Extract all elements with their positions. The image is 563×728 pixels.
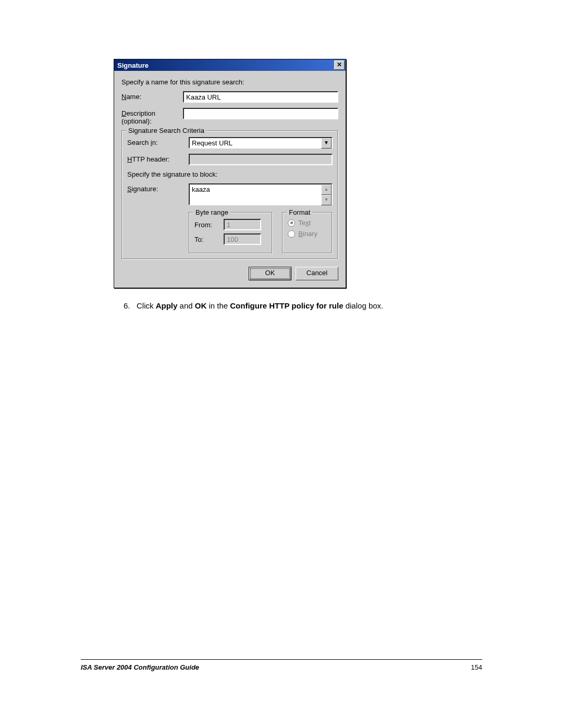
cancel-button[interactable]: Cancel (296, 267, 338, 280)
from-input (224, 219, 261, 230)
sub-groups: Byte range From: To: Format (189, 212, 333, 254)
format-legend: Format (287, 208, 312, 216)
from-label: From: (194, 221, 219, 229)
criteria-legend: Signature Search Criteria (126, 127, 206, 134)
page-number: 154 (471, 663, 482, 671)
close-icon[interactable]: ✕ (334, 60, 345, 70)
signature-dialog: Signature ✕ Specify a name for this sign… (114, 59, 346, 288)
chevron-down-icon[interactable]: ▼ (321, 138, 332, 149)
name-instruction: Specify a name for this signature search… (121, 78, 338, 86)
searchin-label: Search in: (127, 137, 189, 146)
footer-divider (81, 659, 482, 660)
description-input[interactable] (183, 108, 338, 119)
step-6-instruction: 6. Click Apply and OK in the Configure H… (124, 301, 383, 310)
http-header-input (189, 154, 333, 165)
name-label: Name: (121, 91, 183, 101)
scroll-down-icon[interactable]: ▼ (321, 195, 332, 205)
binary-radio-label: Binary (298, 230, 317, 238)
titlebar: Signature ✕ (114, 59, 346, 71)
ok-button[interactable]: OK (249, 267, 291, 280)
format-group: Format Text Binary (282, 212, 333, 254)
searchin-row: Search in: ▼ (127, 137, 333, 149)
dialog-buttons: OK Cancel (121, 265, 338, 281)
footer-title: ISA Server 2004 Configuration Guide (81, 663, 199, 671)
http-header-row: HTTP header: (127, 154, 333, 165)
dialog-body: Specify a name for this signature search… (114, 71, 346, 288)
description-row: Description (optional): (121, 108, 338, 125)
to-input (224, 233, 261, 245)
signature-row: Signature: ▲ ▼ (127, 183, 333, 207)
searchin-select[interactable] (189, 137, 333, 149)
radio-icon (288, 219, 295, 227)
text-radio-label: Text (298, 219, 311, 227)
from-row: From: (194, 219, 267, 230)
signature-input[interactable] (189, 183, 333, 205)
byte-range-group: Byte range From: To: (189, 212, 273, 254)
signature-label: Signature: (127, 183, 189, 193)
name-input[interactable] (183, 91, 338, 103)
page-footer: ISA Server 2004 Configuration Guide 154 (81, 663, 482, 671)
http-header-label: HTTP header: (127, 154, 189, 163)
scroll-up-icon[interactable]: ▲ (321, 184, 332, 195)
binary-radio: Binary (288, 230, 327, 238)
radio-icon (288, 230, 295, 238)
text-radio: Text (288, 219, 327, 227)
block-instruction: Specify the signature to block: (127, 170, 333, 178)
name-row: Name: (121, 91, 338, 103)
byte-range-legend: Byte range (193, 208, 230, 216)
to-label: To: (194, 236, 219, 243)
to-row: To: (194, 233, 267, 245)
description-label: Description (optional): (121, 108, 183, 125)
criteria-group: Signature Search Criteria Search in: ▼ H… (121, 130, 338, 260)
dialog-title: Signature (117, 61, 149, 69)
document-page: Signature ✕ Specify a name for this sign… (0, 0, 563, 728)
